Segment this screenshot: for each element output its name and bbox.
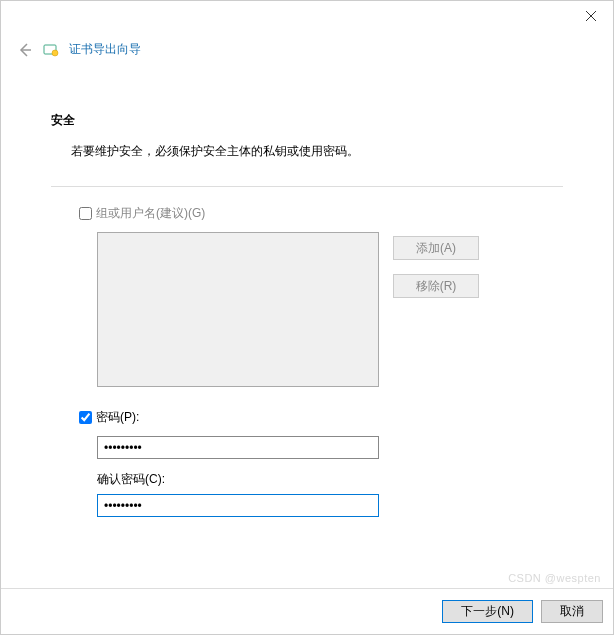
watermark: CSDN @wespten — [508, 572, 601, 584]
back-arrow-icon — [17, 42, 33, 58]
side-buttons: 添加(A) 移除(R) — [393, 232, 479, 298]
password-checkbox[interactable] — [79, 411, 92, 424]
footer: 下一步(N) 取消 — [1, 588, 613, 634]
groups-list-row: 添加(A) 移除(R) — [79, 232, 563, 409]
groups-checkbox-label: 组或用户名(建议)(G) — [96, 205, 205, 222]
section-heading: 安全 — [51, 112, 563, 129]
groups-checkbox-row: 组或用户名(建议)(G) — [79, 205, 563, 222]
close-button[interactable] — [568, 1, 613, 31]
divider — [51, 186, 563, 187]
svg-point-1 — [52, 50, 58, 56]
password-checkbox-label: 密码(P): — [96, 409, 139, 426]
back-button[interactable] — [17, 42, 33, 58]
certificate-icon — [43, 42, 59, 58]
add-button[interactable]: 添加(A) — [393, 236, 479, 260]
content-area: 安全 若要维护安全，必须保护安全主体的私钥或使用密码。 组或用户名(建议)(G)… — [1, 62, 613, 529]
groups-listbox[interactable] — [97, 232, 379, 387]
next-button[interactable]: 下一步(N) — [442, 600, 533, 623]
confirm-password-label: 确认密码(C): — [97, 471, 563, 488]
remove-button[interactable]: 移除(R) — [393, 274, 479, 298]
wizard-title: 证书导出向导 — [69, 41, 141, 58]
section-description: 若要维护安全，必须保护安全主体的私钥或使用密码。 — [71, 143, 563, 160]
close-icon — [586, 11, 596, 21]
cancel-button[interactable]: 取消 — [541, 600, 603, 623]
form-area: 组或用户名(建议)(G) 添加(A) 移除(R) 密码(P): 确认密码(C): — [79, 205, 563, 529]
confirm-password-input[interactable] — [97, 494, 379, 517]
wizard-header: 证书导出向导 — [1, 31, 613, 62]
password-checkbox-row: 密码(P): — [79, 409, 563, 426]
titlebar — [1, 1, 613, 31]
groups-checkbox[interactable] — [79, 207, 92, 220]
password-input[interactable] — [97, 436, 379, 459]
